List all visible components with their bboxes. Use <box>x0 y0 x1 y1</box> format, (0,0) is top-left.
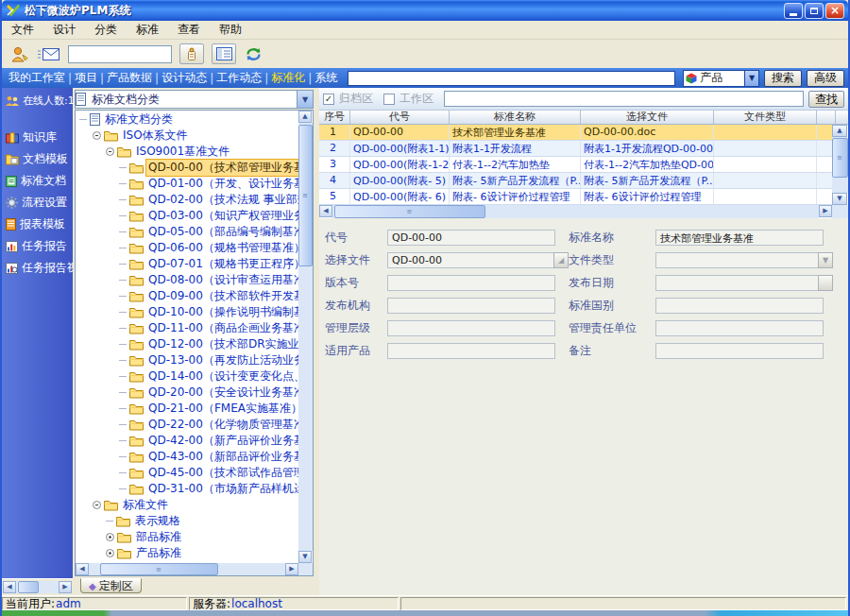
tree-expander[interactable] <box>93 501 101 509</box>
table-header-cell[interactable] <box>817 111 836 124</box>
tree-node[interactable]: QD-13-00（再发防止活动业务基准 <box>76 352 298 368</box>
table-row[interactable]: 1QD-00-00技术部管理业务基准QD-00-00.doc <box>319 125 832 141</box>
menu-item[interactable]: 分类 <box>85 20 127 40</box>
sidebar-hscrollbar[interactable]: ◀▶ <box>2 578 73 595</box>
quick-search-input[interactable] <box>68 45 172 63</box>
sidebar-item[interactable]: 报表模板 <box>2 214 73 235</box>
tree-node[interactable]: QD-00-00（技术部管理业务基准） <box>76 160 298 176</box>
tree-node[interactable]: QD-22-00（化学物质管理基准） <box>76 417 298 433</box>
form-field[interactable] <box>655 252 819 268</box>
tree-category-dropdown[interactable]: 标准文档分类 ▼ <box>75 90 314 109</box>
form-field[interactable]: 技术部管理业务基准 <box>655 230 824 246</box>
tree-node[interactable]: QD-11-00（商品企画业务基准） <box>76 320 298 336</box>
tree-expander[interactable] <box>106 533 114 541</box>
tree-node[interactable]: QD-21-00（FMEA实施基准） <box>76 401 298 417</box>
tree-node[interactable]: QD-05-00（部品编号编制基准） <box>76 224 298 240</box>
menu-item[interactable]: 标准 <box>127 20 168 40</box>
table-header-cell[interactable]: 代号 <box>350 111 450 124</box>
tree-node[interactable]: QD-31-00（市场新产品样机运用基 <box>76 481 298 497</box>
tree-node[interactable]: QD-45-00（技术部试作品管理业务 <box>76 465 298 481</box>
restore-button[interactable] <box>805 3 824 19</box>
sidebar-item[interactable]: 任务报告 <box>2 235 73 257</box>
tree-node[interactable]: QD-02-00（技术法规 事业部规格管 <box>76 192 298 208</box>
form-field[interactable]: QD-00-00 <box>387 230 555 246</box>
tree-node[interactable]: QD-12-00（技术部DR实施业务基准 <box>76 336 298 352</box>
tree-node[interactable]: 表示规格 <box>76 513 298 529</box>
minimize-button[interactable] <box>784 3 803 19</box>
nav-tab[interactable]: 项目 <box>72 70 100 86</box>
tree-node[interactable]: QD-06-00（规格书管理基准） <box>76 240 298 256</box>
table-row[interactable]: 4QD-00-00(附表- 5)附表- 5新产品开发流程（P...附表- 5新产… <box>319 173 832 189</box>
form-field[interactable] <box>655 275 819 291</box>
nav-tab[interactable]: 产品数据 <box>104 70 155 86</box>
sidebar-item[interactable]: 流程设置 <box>2 192 73 214</box>
tree-node[interactable]: QD-07-01（规格书更正程序） <box>76 256 298 272</box>
chevron-down-icon[interactable]: ▼ <box>744 71 758 86</box>
menu-item[interactable]: 帮助 <box>210 20 251 40</box>
tree-node[interactable]: 标准文件 <box>76 497 298 513</box>
table-row[interactable]: 5QD-00-00(附表- 6)附表- 6设计评价过程管理附表- 6设计评价过程… <box>319 189 832 205</box>
tree-node[interactable]: ISO9001基准文件 <box>76 144 298 160</box>
menu-item[interactable]: 查看 <box>168 20 210 40</box>
tree-node[interactable]: ISO体系文件 <box>76 128 298 144</box>
sidebar-item[interactable]: 标准文档 <box>2 170 73 192</box>
browse-button[interactable]: ◢ <box>553 252 569 268</box>
sidebar-item[interactable]: 知识库 <box>2 127 73 148</box>
nav-tab[interactable]: 我的工作室 <box>6 70 68 86</box>
table-vscrollbar[interactable]: ▲ ≡ ▼ <box>832 125 848 205</box>
tree-expander[interactable] <box>106 147 114 156</box>
form-field[interactable] <box>387 343 555 359</box>
form-field[interactable]: QD-00-00 <box>387 252 554 268</box>
find-button[interactable]: 查找 <box>808 91 844 108</box>
tree-expander[interactable] <box>93 131 101 140</box>
dropdown-button[interactable]: ▼ <box>818 252 833 268</box>
user-card-button[interactable] <box>179 43 204 64</box>
menu-item[interactable]: 设计 <box>43 20 85 40</box>
sidebar-item[interactable]: 文档模板 <box>2 148 73 170</box>
mail-icon[interactable] <box>38 46 60 62</box>
tree-hscrollbar[interactable]: ◀ ≡ ▶ <box>76 563 298 575</box>
tree-node[interactable]: QD-20-00（安全设计业务基准） <box>76 385 298 401</box>
advanced-button[interactable]: 高级 <box>807 70 844 87</box>
tab-custom-area[interactable]: ◆ 定制区 <box>80 578 142 593</box>
form-field[interactable] <box>387 275 555 291</box>
search-button[interactable]: 搜索 <box>764 70 802 87</box>
table-header-cell[interactable]: 序号 <box>319 111 350 124</box>
form-field[interactable] <box>387 320 555 336</box>
table-hscrollbar[interactable]: ◀ ≡ ▶ <box>319 205 832 218</box>
tree-node[interactable]: QD-01-00（开发、设计业务基准） <box>76 176 298 192</box>
panel-toggle-button[interactable] <box>212 43 236 64</box>
scope-dropdown[interactable]: 产品 ▼ <box>683 70 759 87</box>
tree-node[interactable]: QD-03-00（知识产权管理业务基准 <box>76 208 298 224</box>
chevron-down-icon[interactable]: ▼ <box>297 91 313 108</box>
calendar-button[interactable] <box>818 275 833 291</box>
form-field[interactable] <box>655 298 824 314</box>
table-row[interactable]: 2QD-00-00(附表1-1)附表1-1开发流程附表1-1开发流程QD-00-… <box>319 141 832 157</box>
tree-node[interactable]: QD-08-00（设计审查运用基准） <box>76 272 298 288</box>
archive-checkbox[interactable]: ✓ <box>323 94 334 105</box>
tree-node[interactable]: QD-43-00（新部品评价业务基准） <box>76 449 298 465</box>
tree-node[interactable]: QD-10-00（操作说明书编制基件） <box>76 304 298 320</box>
nav-search-input[interactable] <box>348 71 675 86</box>
refresh-icon[interactable] <box>244 46 264 62</box>
tree-vscrollbar[interactable]: ▲ ≡ ▼ <box>298 111 313 563</box>
nav-tab[interactable]: 标准化 <box>268 70 308 86</box>
tree-node[interactable]: QD-42-00（新产品评价业务基准） <box>76 433 298 449</box>
workspace-checkbox[interactable] <box>383 94 395 105</box>
nav-tab[interactable]: 系统 <box>312 70 340 86</box>
tree-node[interactable]: QD-09-00（技术部软件开发基准） <box>76 288 298 304</box>
nav-tab[interactable]: 工作动态 <box>213 70 264 86</box>
tree-expander[interactable] <box>106 549 114 557</box>
filter-input[interactable] <box>444 91 804 107</box>
sidebar-item[interactable]: 任务报告视图 <box>2 257 73 279</box>
form-field[interactable] <box>655 343 824 359</box>
tree-node[interactable]: 产品标准 <box>76 545 298 561</box>
menu-item[interactable]: 文件 <box>2 20 43 40</box>
tree-node[interactable]: QD-14-00（设计变更变化点、安全 <box>76 368 298 385</box>
tree-node[interactable]: 部品标准 <box>76 529 298 545</box>
tree-node[interactable]: 标准文档分类 <box>76 111 298 128</box>
table-header-cell[interactable]: 文件类型 <box>714 111 817 124</box>
user-icon[interactable] <box>9 45 30 63</box>
close-button[interactable]: × <box>825 3 844 19</box>
table-row[interactable]: 3QD-00-00(附表-1-2)付表-1--2汽车加热垫付表-1--2汽车加热… <box>319 157 832 173</box>
